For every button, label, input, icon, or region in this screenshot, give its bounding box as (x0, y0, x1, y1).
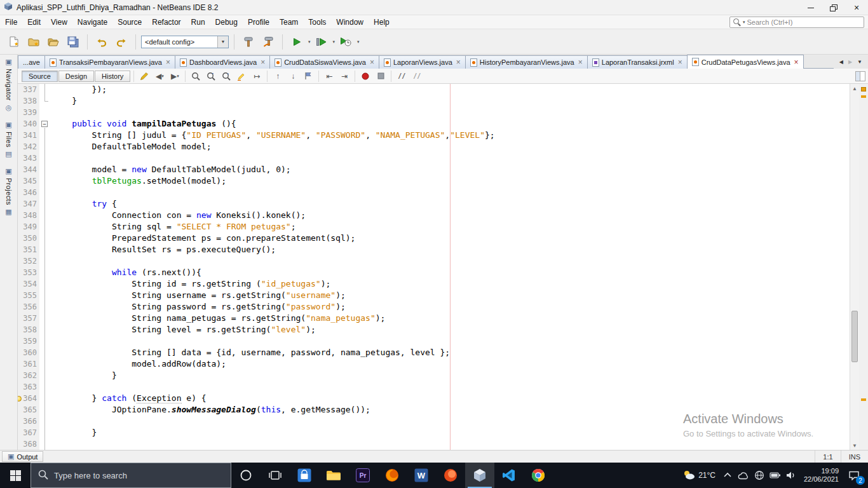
taskbar-clock[interactable]: 19:09 22/06/2021 (799, 467, 843, 484)
tab-close-icon[interactable]: × (261, 58, 265, 66)
code-text[interactable]: try { (50, 198, 850, 210)
store-icon[interactable] (290, 463, 319, 488)
vscode-icon[interactable] (494, 463, 524, 488)
scrollbar-thumb[interactable] (851, 311, 858, 362)
file-tab[interactable]: CrudDataSiswaViews.java× (269, 55, 379, 69)
tab-list-dropdown-icon[interactable]: ▼ (857, 59, 862, 65)
build-project-button[interactable] (240, 33, 257, 51)
menu-navigate[interactable]: Navigate (72, 15, 112, 29)
menu-run[interactable]: Run (186, 15, 210, 29)
dock-group-files[interactable]: ▣ Files ▤ (5, 121, 13, 158)
tab-close-icon[interactable]: × (678, 58, 682, 66)
menu-profile[interactable]: Profile (243, 15, 275, 29)
code-text[interactable]: } (50, 370, 850, 381)
code-text[interactable] (50, 336, 850, 347)
cortana-icon[interactable] (231, 463, 261, 488)
premiere-pro-icon[interactable]: Pr (348, 463, 377, 488)
save-all-button[interactable] (64, 33, 82, 51)
previous-bookmark-icon[interactable]: ↑ (271, 70, 285, 83)
minimize-button[interactable] (799, 0, 822, 15)
code-text[interactable] (50, 255, 850, 267)
file-tab[interactable]: ...ave (18, 55, 45, 69)
code-text[interactable]: while (rs.next()){ (50, 267, 850, 278)
code-text[interactable] (50, 187, 850, 198)
error-stripe-mark[interactable] (861, 398, 866, 401)
code-text[interactable]: DefaultTableModel model; (50, 141, 850, 152)
code-text[interactable]: } catch (Exception e) { (50, 393, 850, 404)
tab-close-icon[interactable]: × (578, 58, 583, 66)
file-tab[interactable]: TransaksiPembayaranViews.java× (44, 55, 175, 69)
code-text[interactable]: String [] data = {id, username, password… (50, 347, 850, 358)
warning-hint-icon[interactable] (18, 396, 22, 402)
profile-project-button[interactable] (337, 33, 355, 51)
source-view-button[interactable]: Source (22, 71, 58, 82)
volume-icon[interactable] (783, 463, 799, 488)
network-icon[interactable] (752, 463, 768, 488)
open-project-button[interactable] (44, 33, 62, 51)
comment-icon[interactable]: // (395, 70, 409, 83)
history-view-button[interactable]: History (95, 71, 130, 82)
code-text[interactable]: String level = rs.getString("level"); (50, 324, 850, 336)
find-selection-icon[interactable] (189, 70, 203, 83)
code-text[interactable]: }); (50, 84, 850, 95)
orange-app-icon[interactable] (436, 463, 465, 488)
new-file-button[interactable] (5, 33, 23, 51)
file-tab[interactable]: LaporanViews.java× (379, 55, 466, 69)
tab-close-icon[interactable]: × (166, 58, 170, 66)
code-area[interactable]: 337 });338 }339340− public void tampilDa… (18, 84, 850, 450)
new-project-button[interactable] (25, 33, 43, 51)
code-text[interactable]: String id = rs.getString ("id_petugas"); (50, 278, 850, 290)
code-text[interactable]: String nama_petugas = rs.getString("nama… (50, 313, 850, 324)
dock-label-projects[interactable]: Projects (5, 178, 13, 205)
code-text[interactable]: ResultSet rs = ps.executeQuery(); (50, 244, 850, 255)
macro-stop-icon[interactable] (374, 70, 388, 83)
run-project-button[interactable] (288, 33, 306, 51)
menu-window[interactable]: Window (331, 15, 369, 29)
tab-close-icon[interactable]: × (456, 58, 461, 66)
scroll-down-icon[interactable]: ▼ (850, 441, 859, 450)
dock-label-navigator[interactable]: Navigator (5, 69, 13, 101)
restore-button[interactable] (822, 0, 845, 15)
shift-line-left-icon[interactable]: ⇤ (322, 70, 336, 83)
undo-button[interactable] (93, 33, 111, 51)
code-text[interactable]: Connection con = new Koneksi().konek(); (50, 210, 850, 221)
tab-close-icon[interactable]: × (794, 58, 799, 66)
code-text[interactable]: String [] judul = {"ID PETUGAS", "USERNA… (50, 130, 850, 141)
taskbar-search[interactable]: Type here to search (31, 463, 231, 488)
split-editor-icon[interactable] (855, 71, 865, 81)
code-text[interactable] (50, 107, 850, 118)
next-bookmark-icon[interactable]: ↓ (286, 70, 300, 83)
code-text[interactable] (50, 416, 850, 427)
menu-refactor[interactable]: Refactor (147, 15, 186, 29)
dock-label-files[interactable]: Files (5, 132, 13, 147)
find-previous-icon[interactable] (219, 70, 233, 83)
debug-project-button[interactable] (313, 33, 330, 51)
menu-edit[interactable]: Edit (22, 15, 46, 29)
close-button[interactable]: × (845, 0, 868, 15)
dock-group-navigator[interactable]: ▣ Navigator ◎ (5, 58, 13, 111)
shift-line-right-icon[interactable]: ⇥ (337, 70, 351, 83)
chrome-icon[interactable] (524, 463, 553, 488)
code-text[interactable]: JOptionPane.showMessageDialog(this, e.ge… (50, 404, 850, 416)
toggle-bookmark-icon[interactable] (301, 70, 315, 83)
onedrive-icon[interactable] (736, 463, 752, 488)
last-edited-icon[interactable] (137, 70, 151, 83)
dock-group-projects[interactable]: ▣ Projects ▦ (5, 168, 13, 215)
code-text[interactable]: model.addRow(data); (50, 358, 850, 370)
menu-file[interactable]: File (0, 15, 22, 29)
code-text[interactable]: String password = rs.getString("password… (50, 301, 850, 313)
run-dropdown-icon[interactable]: ▾ (308, 39, 311, 44)
code-text[interactable] (50, 438, 850, 450)
menu-team[interactable]: Team (275, 15, 303, 29)
code-text[interactable]: String sql = "SELECT * FROM petugas"; (50, 221, 850, 233)
config-dropdown[interactable]: <default config> ▼ (141, 36, 229, 48)
menu-tools[interactable]: Tools (303, 15, 331, 29)
error-stripe[interactable] (859, 84, 868, 450)
tray-expand-icon[interactable] (720, 463, 736, 488)
tab-close-icon[interactable]: × (370, 58, 374, 66)
battery-icon[interactable] (768, 463, 783, 488)
toggle-highlight-icon[interactable] (234, 70, 248, 83)
code-text[interactable]: } (50, 95, 850, 107)
code-text[interactable]: PreparedStatement ps = con.prepareStatem… (50, 233, 850, 244)
action-center-icon[interactable]: 2 (843, 463, 865, 488)
